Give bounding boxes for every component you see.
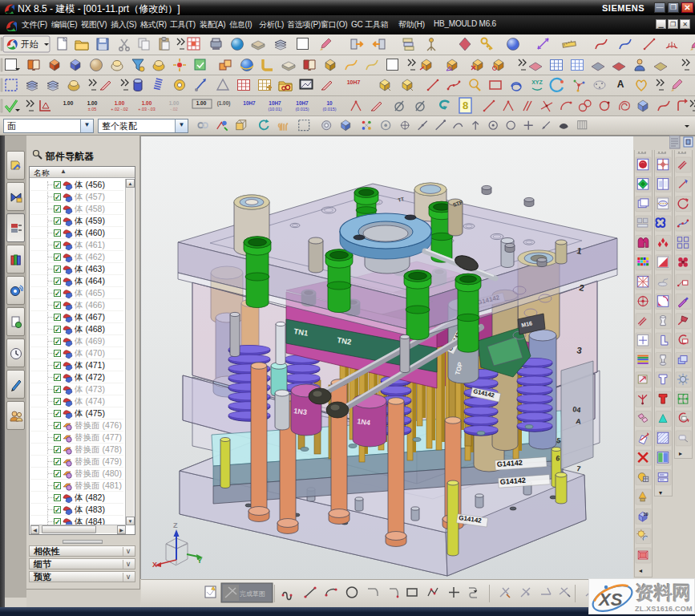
svg-text:XYZ: XYZ <box>531 79 543 85</box>
svg-text:04: 04 <box>572 405 581 414</box>
svg-text:-.02: -.02 <box>170 107 177 111</box>
svg-text:7: 7 <box>576 464 581 473</box>
svg-text:10H7: 10H7 <box>269 100 281 106</box>
svg-text:(10.01): (10.01) <box>268 107 281 111</box>
svg-text:(0.015): (0.015) <box>322 107 336 111</box>
svg-text:XS: XS <box>597 590 623 610</box>
svg-text:A: A <box>617 79 624 90</box>
svg-text:▸: ▸ <box>679 450 682 457</box>
svg-text:10H7: 10H7 <box>243 100 256 106</box>
svg-text:10H7: 10H7 <box>296 100 309 106</box>
svg-text:1.00: 1.00 <box>63 100 74 106</box>
svg-text:Y: Y <box>197 557 202 565</box>
svg-text:1.00: 1.00 <box>87 100 98 106</box>
svg-text:+.02 -.02: +.02 -.02 <box>111 107 127 111</box>
svg-text:10H7: 10H7 <box>347 79 361 85</box>
svg-text:完成草图: 完成草图 <box>240 590 265 598</box>
svg-text:(1.00): (1.00) <box>217 100 231 107</box>
svg-text:10: 10 <box>644 512 649 517</box>
svg-text:开始: 开始 <box>21 39 38 49</box>
svg-text:8: 8 <box>463 99 468 111</box>
svg-text:1.00: 1.00 <box>196 100 207 106</box>
svg-text:1.00: 1.00 <box>142 100 152 106</box>
svg-text:10: 10 <box>326 100 333 106</box>
svg-text:X: X <box>152 561 157 569</box>
svg-text:▾: ▾ <box>659 489 662 496</box>
svg-text:(0.015): (0.015) <box>295 107 309 111</box>
svg-text:+.03 -.03: +.03 -.03 <box>138 107 155 111</box>
svg-text:1.00: 1.00 <box>115 100 125 106</box>
svg-text:Z: Z <box>173 521 178 529</box>
svg-text:◂: ◂ <box>639 567 642 574</box>
svg-text:1.00: 1.00 <box>169 100 180 106</box>
svg-text:±.05: ±.05 <box>88 107 96 111</box>
